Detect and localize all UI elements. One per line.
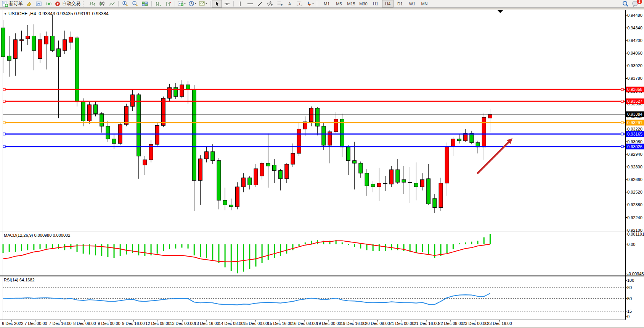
svg-text:21 Dec 16:00: 21 Dec 16:00	[414, 321, 438, 326]
trendline-tool-button[interactable]	[255, 0, 265, 8]
timeframe-button-D1[interactable]: D1	[394, 0, 406, 8]
market-watch-icon	[36, 1, 42, 6]
svg-text:0.94200: 0.94200	[627, 38, 642, 43]
new-bar-chart-button[interactable]	[153, 0, 163, 8]
svg-text:0.92380: 0.92380	[627, 202, 642, 207]
search-button[interactable]	[620, 0, 630, 8]
new-order-button[interactable]: 新订单	[1, 0, 24, 8]
chat-button[interactable]: 1	[630, 0, 640, 8]
templates-icon	[199, 1, 207, 6]
chat-badge: 1	[637, 0, 642, 4]
chart-symbol-label: USDCHF-,H4	[8, 11, 36, 16]
toolbar-separator	[151, 1, 152, 6]
svg-text:15 Dec 00:00: 15 Dec 00:00	[243, 321, 268, 326]
svg-text:0.94340: 0.94340	[627, 26, 642, 30]
toolbar-separator	[175, 1, 175, 6]
toolbar-grip	[83, 1, 86, 6]
zoom-in-icon	[122, 1, 128, 6]
text-label-tool-button[interactable]: T	[295, 0, 305, 8]
trendline-icon	[257, 1, 263, 6]
svg-text:A: A	[288, 2, 291, 6]
fibonacci-icon: F	[276, 1, 283, 6]
svg-text:0.00: 0.00	[627, 242, 635, 247]
svg-text:0: 0	[627, 314, 630, 319]
timeframe-button-M30[interactable]: M30	[358, 0, 369, 8]
new-order-icon	[2, 1, 8, 7]
toolbar-separator	[210, 1, 210, 6]
svg-text:0.92940: 0.92940	[627, 152, 642, 157]
svg-text:0.93527: 0.93527	[627, 99, 642, 103]
rsi-indicator-label: RSI(14) 64.1682	[4, 278, 35, 282]
trading-terminal-window: { "toolbar": { "new_order_label": "新订单",…	[0, 0, 644, 328]
timeframe-button-M15[interactable]: M15	[345, 0, 357, 8]
toolbar-separator	[233, 1, 234, 6]
horizontal-line-tool-button[interactable]	[245, 0, 255, 8]
autotrading-icon	[55, 1, 61, 6]
market-watch-button[interactable]	[34, 0, 44, 8]
timeframe-button-M5[interactable]: M5	[333, 0, 345, 8]
vertical-line-tool-button[interactable]	[235, 0, 245, 8]
svg-text:50: 50	[627, 296, 632, 301]
chart-collapse-icon: ▼	[4, 12, 7, 16]
svg-text:0.93080: 0.93080	[627, 139, 642, 144]
toolbar-separator	[118, 1, 119, 6]
svg-text:19 Dec 16:00: 19 Dec 16:00	[340, 321, 365, 326]
fibonacci-tool-button[interactable]: F	[275, 0, 285, 8]
tile-windows-button[interactable]	[140, 0, 150, 8]
svg-text:21 Dec 00:00: 21 Dec 00:00	[389, 321, 414, 326]
svg-text:19 Dec 00:00: 19 Dec 00:00	[316, 321, 341, 326]
timeframe-button-W1[interactable]: W1	[406, 0, 418, 8]
arrows-tool-button[interactable]	[305, 0, 315, 8]
timeframe-toolbar: M1M5M15M30H1H4D1W1MN	[321, 0, 430, 8]
chart-profile-icon	[165, 1, 171, 6]
timeframe-button-MN[interactable]: MN	[419, 0, 430, 8]
line-chart-mode-button[interactable]	[107, 0, 117, 8]
svg-text:15: 15	[627, 309, 632, 313]
eraser-icon	[26, 1, 32, 6]
crosshair-icon	[224, 1, 230, 6]
svg-text:0.93920: 0.93920	[627, 63, 642, 68]
chart-canvas[interactable]: 0.944800.943400.942000.940600.939200.937…	[0, 10, 644, 328]
signals-button[interactable]	[44, 0, 54, 8]
svg-text:8 Dec 08:00: 8 Dec 08:00	[73, 321, 96, 326]
timeframe-button-H1[interactable]: H1	[370, 0, 381, 8]
svg-text:T: T	[299, 2, 301, 6]
equidistant-channel-tool-button[interactable]: E	[265, 0, 275, 8]
svg-text:-0.003457: -0.003457	[627, 271, 644, 276]
zoom-in-button[interactable]	[120, 0, 130, 8]
bar-chart-mode-button[interactable]	[87, 0, 97, 8]
svg-text:9 Dec 00:00: 9 Dec 00:00	[98, 321, 120, 326]
profile-chart-button[interactable]	[163, 0, 173, 8]
main-toolbar: 新订单 自动交易 E F A T	[0, 0, 644, 8]
autotrading-label: 自动交易	[62, 0, 80, 7]
horizontal-line-icon	[247, 1, 253, 6]
indicators-icon	[178, 1, 186, 6]
svg-text:16 Dec 08:00: 16 Dec 08:00	[292, 321, 316, 326]
zoom-out-button[interactable]	[130, 0, 140, 8]
text-icon: A	[287, 1, 292, 6]
periods-button[interactable]	[187, 0, 198, 8]
svg-text:14 Dec 08:00: 14 Dec 08:00	[218, 321, 243, 326]
channel-icon: E	[267, 1, 273, 6]
macd-indicator-label: MACD(12,26,9) 0.000980 0.000002	[4, 233, 70, 238]
svg-text:20 Dec 08:00: 20 Dec 08:00	[365, 321, 390, 326]
chart-title: ▼USDCHF-,H4 0.93343 0.93435 0.93191 0.93…	[4, 11, 109, 16]
text-label-icon: T	[297, 1, 303, 6]
svg-text:13 Dec 16:00: 13 Dec 16:00	[194, 321, 219, 326]
svg-text:22 Dec 08:00: 22 Dec 08:00	[438, 321, 463, 326]
templates-button[interactable]	[198, 0, 209, 8]
svg-text:100: 100	[627, 278, 634, 283]
svg-text:0.92520: 0.92520	[627, 190, 642, 194]
text-tool-button[interactable]: A	[285, 0, 295, 8]
timeframe-button-M1[interactable]: M1	[321, 0, 332, 8]
cursor-tool-button[interactable]	[212, 0, 222, 8]
indicators-button[interactable]	[177, 0, 187, 8]
periods-clock-icon	[188, 1, 197, 6]
candlestick-mode-button[interactable]	[97, 0, 107, 8]
autotrading-button[interactable]: 自动交易	[54, 0, 82, 8]
timeframe-button-H4[interactable]: H4	[382, 0, 393, 8]
eraser-button[interactable]	[24, 0, 34, 8]
line-chart-icon	[109, 1, 115, 6]
crosshair-tool-button[interactable]	[222, 0, 232, 8]
svg-text:0.92240: 0.92240	[627, 215, 642, 220]
